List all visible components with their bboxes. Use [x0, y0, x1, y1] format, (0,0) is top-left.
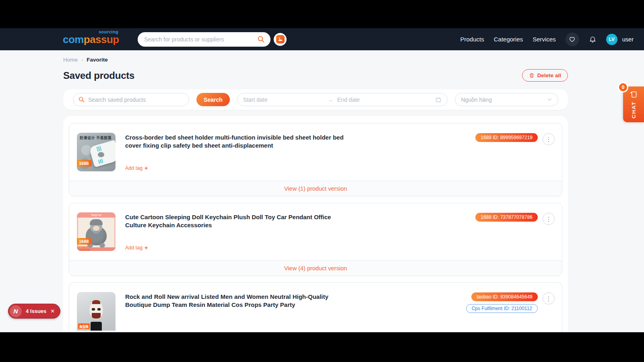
- source-1688-badge: 1688: [77, 238, 92, 245]
- search-icon[interactable]: [257, 35, 265, 43]
- source-select[interactable]: Nguồn hàng: [455, 93, 558, 106]
- trash-icon: [529, 72, 535, 78]
- card-footer: View (1) product version: [69, 181, 562, 196]
- issues-n-icon: N: [10, 305, 22, 317]
- saved-products-list: 防滑设计 不易脱落 1688 Cross-border bed sheet ho…: [63, 116, 568, 332]
- product-image-caption: 防滑设计 不易脱落: [80, 135, 111, 140]
- start-date-input[interactable]: [243, 97, 324, 103]
- plus-icon: +: [144, 245, 148, 251]
- product-image[interactable]: 淘宝网: [77, 292, 116, 331]
- ellipsis-icon: ⋮: [546, 216, 552, 222]
- top-letterbox-bar: [0, 0, 644, 28]
- image-search-button[interactable]: [274, 33, 287, 46]
- nav-link-categories[interactable]: Categories: [494, 36, 523, 43]
- view-product-version-link[interactable]: View (4) product version: [284, 265, 347, 272]
- calendar-icon: [435, 97, 442, 103]
- devtools-issues-widget[interactable]: N 4 Issues ✕: [8, 304, 60, 319]
- navbar-right: Products Categories Services LV user: [460, 33, 634, 46]
- range-arrow-icon: →: [328, 97, 333, 103]
- nav-link-services[interactable]: Services: [533, 36, 556, 43]
- product-card: Tanyi fur 1688 Demand customize Cute C: [69, 203, 562, 276]
- product-id-badge[interactable]: 1688 ID: 737877078786: [475, 213, 538, 222]
- ellipsis-icon: ⋮: [546, 296, 552, 302]
- main-navbar: sourcing compassup Products Categories S…: [0, 28, 644, 50]
- product-id-badge[interactable]: taobao ID: 839084645649: [471, 292, 538, 301]
- product-title[interactable]: Cross-border bed sheet holder multi-func…: [125, 134, 345, 150]
- compassup-logo[interactable]: sourcing compassup: [63, 34, 119, 45]
- source-1688-badge: 1688: [77, 160, 92, 167]
- product-image[interactable]: 防滑设计 不易脱落 1688: [77, 133, 116, 171]
- add-tag-button[interactable]: Add tag +: [125, 165, 148, 171]
- breadcrumb: Home › Favorite: [63, 50, 568, 63]
- product-card: 防滑设计 不易脱落 1688 Cross-border bed sheet ho…: [69, 123, 562, 196]
- page-title: Saved products: [63, 70, 134, 81]
- search-icon: [78, 96, 85, 103]
- source-select-value: Nguồn hàng: [461, 97, 491, 103]
- bell-icon: [589, 35, 597, 43]
- close-icon[interactable]: ✕: [50, 308, 55, 314]
- logo-wordmark: compassup: [63, 33, 119, 45]
- card-footer: View (4) product version: [69, 260, 562, 276]
- end-date-input[interactable]: [337, 97, 418, 103]
- more-options-button[interactable]: ⋮: [543, 133, 555, 145]
- delete-all-button[interactable]: Delete all: [522, 69, 568, 82]
- issues-count-label: 4 Issues: [26, 308, 46, 314]
- saved-products-search-box: [73, 93, 189, 106]
- product-card: 淘宝网 Rock and Roll New arrival Listed Men…: [69, 282, 562, 332]
- filter-bar: Search → Nguồn hàng: [63, 89, 568, 110]
- product-image[interactable]: Tanyi fur 1688 Demand customize: [77, 212, 116, 251]
- chevron-down-icon: [547, 97, 552, 102]
- saved-products-search-input[interactable]: [88, 97, 184, 103]
- breadcrumb-home[interactable]: Home: [63, 57, 78, 63]
- search-button[interactable]: Search: [196, 93, 230, 106]
- notifications-bell-button[interactable]: [589, 35, 597, 43]
- heart-icon: [569, 36, 576, 43]
- global-search-input[interactable]: [144, 36, 257, 43]
- more-options-button[interactable]: ⋮: [543, 292, 555, 304]
- product-title[interactable]: Cute Cartoon Sleeping Doll Keychain Plus…: [125, 213, 345, 229]
- product-image-label: Tanyi fur: [77, 212, 116, 218]
- breadcrumb-current: Favorite: [87, 57, 108, 63]
- chat-bubble-icon: [630, 90, 638, 99]
- date-range-picker[interactable]: →: [237, 93, 448, 106]
- add-tag-button[interactable]: Add tag +: [125, 245, 148, 251]
- bottom-letterbox-bar: [0, 332, 644, 362]
- user-avatar[interactable]: LV: [606, 34, 617, 45]
- more-options-button[interactable]: ⋮: [543, 213, 555, 225]
- cps-fulfilment-badge[interactable]: Cps Fulfilment ID: 21100112: [466, 304, 538, 313]
- plus-icon: +: [144, 165, 148, 171]
- nav-link-products[interactable]: Products: [460, 36, 484, 43]
- product-image-note: Demand customize: [78, 245, 95, 251]
- image-icon: [276, 35, 285, 43]
- logo-tagline: sourcing: [99, 30, 118, 34]
- username-label[interactable]: user: [622, 36, 634, 43]
- view-product-version-link[interactable]: View (1) product version: [284, 185, 347, 192]
- chevron-right-icon: ›: [81, 57, 83, 63]
- page-header: Saved products Delete all: [63, 69, 568, 82]
- product-title[interactable]: Rock and Roll New arrival Listed Men and…: [125, 293, 345, 309]
- favorites-heart-button[interactable]: [566, 33, 579, 46]
- global-search-box: [138, 32, 270, 47]
- source-taobao-badge: 淘宝网: [78, 323, 90, 329]
- delete-all-label: Delete all: [537, 72, 561, 78]
- product-id-badge[interactable]: 1688 ID: 899959697219: [475, 133, 538, 142]
- chat-widget-button[interactable]: 0 CHAT: [623, 86, 644, 122]
- ellipsis-icon: ⋮: [546, 136, 552, 142]
- chat-unread-badge: 0: [618, 82, 628, 93]
- page-content: Home › Favorite Saved products Delete al…: [0, 50, 644, 332]
- chat-label: CHAT: [631, 101, 637, 119]
